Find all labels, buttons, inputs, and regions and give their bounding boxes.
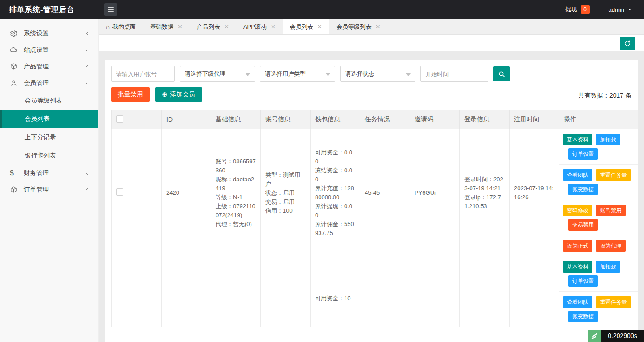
chevron-left-icon	[85, 64, 90, 69]
user-type-select[interactable]: 请选择用户类型	[260, 66, 335, 82]
search-button[interactable]	[493, 66, 510, 81]
user-icon	[10, 79, 17, 87]
cell-login-info	[460, 256, 510, 327]
table-header-row: ID 基础信息 账号信息 钱包信息 任务情况 邀请码 登录信息 注册时间 操作	[112, 110, 638, 129]
close-icon[interactable]: ✕	[177, 23, 182, 30]
cell-task	[360, 256, 410, 327]
cell-task: 45-45	[360, 129, 410, 256]
sidebar: 系统设置 站点设置 产品管理	[0, 19, 99, 342]
sidebar-item-label: 订单管理	[24, 186, 85, 194]
adjust-funds-button[interactable]: 加扣款	[596, 134, 620, 145]
caret-down-icon	[326, 73, 330, 76]
op-group-security: 密码修改 账号禁用 交易禁用	[559, 200, 638, 235]
start-time-input[interactable]	[420, 66, 488, 82]
basic-profile-button[interactable]: 基本资料	[563, 134, 592, 145]
cell-login-info: 登录时间：2023-07-19 14:21 登录ip：172.71.210.53	[460, 129, 510, 256]
tab-app-scroll[interactable]: APP滚动 ✕	[236, 19, 283, 34]
cell-invite-code: PY6GUi	[410, 129, 460, 256]
row-checkbox[interactable]	[116, 188, 123, 196]
account-input[interactable]	[111, 66, 175, 82]
caret-down-icon	[406, 73, 411, 76]
batch-disable-button[interactable]: 批量禁用	[111, 87, 150, 102]
cell-register-time: 2023-07-19 14:16:26	[510, 129, 559, 256]
disable-account-button[interactable]: 账号禁用	[596, 205, 626, 216]
close-icon[interactable]: ✕	[376, 23, 380, 30]
col-operations: 操作	[559, 110, 638, 129]
tab-member-levels[interactable]: 会员等级列表 ✕	[329, 19, 388, 34]
chevron-left-icon	[85, 171, 90, 176]
close-icon[interactable]: ✕	[271, 23, 276, 30]
view-team-button[interactable]: 查看团队	[563, 296, 592, 308]
table-row: 可用资金：10 基本资料 加扣款 订单设置	[112, 256, 638, 327]
op-group-profile: 基本资料 加扣款 订单设置	[559, 129, 638, 165]
account-change-data-button[interactable]: 账变数据	[568, 184, 598, 195]
cell-basic-info: 账号：0366597360 昵称：daotao2419 等级：N-1 上级：07…	[211, 129, 261, 256]
sidebar-item-label: 产品管理	[24, 63, 85, 71]
tab-product-list[interactable]: 产品列表 ✕	[190, 19, 236, 34]
set-agent-button[interactable]: 设为代理	[596, 240, 626, 252]
sidebar-item-finance-management[interactable]: $ 财务管理	[0, 165, 98, 181]
admin-app: 排单系统-管理后台 提现 0 admin 系统设置	[0, 0, 644, 342]
status-select[interactable]: 请选择状态	[340, 66, 415, 82]
cell-wallet-info: 可用资金：0.00 冻结资金：0.00 累计充值：12880000.00 累计提…	[311, 129, 360, 256]
add-member-button[interactable]: ⊕ 添加会员	[155, 87, 202, 102]
close-icon[interactable]: ✕	[224, 23, 229, 30]
order-settings-button[interactable]: 订单设置	[568, 275, 598, 287]
disable-trade-button[interactable]: 交易禁用	[568, 219, 598, 231]
sidebar-item-product-management[interactable]: 产品管理	[0, 58, 98, 75]
basic-profile-button[interactable]: 基本资料	[563, 261, 592, 273]
sidebar-item-member-management[interactable]: 会员管理	[0, 75, 98, 91]
refresh-button[interactable]	[620, 37, 635, 50]
reset-task-button[interactable]: 重置任务量	[596, 169, 631, 181]
agent-select[interactable]: 请选择下级代理	[180, 66, 255, 82]
view-team-button[interactable]: 查看团队	[563, 169, 592, 181]
op-group-profile: 基本资料 加扣款 订单设置	[559, 256, 638, 292]
cell-register-time	[510, 256, 559, 327]
tab-desktop[interactable]: ⌂ 我的桌面	[99, 19, 143, 34]
debug-trace-widget[interactable]: 0.202900s	[588, 330, 644, 342]
caret-down-icon	[627, 7, 632, 12]
box-icon	[10, 186, 17, 193]
col-id: ID	[162, 110, 211, 129]
chevron-left-icon	[85, 31, 90, 36]
tab-member-list[interactable]: 会员列表 ✕	[283, 19, 329, 34]
reset-task-button[interactable]: 重置任务量	[596, 296, 631, 308]
change-password-button[interactable]: 密码修改	[563, 205, 592, 216]
sidebar-item-system-settings[interactable]: 系统设置	[0, 25, 98, 42]
close-icon[interactable]: ✕	[317, 23, 322, 30]
table-action-row: 批量禁用 ⊕ 添加会员 共有数据：2017 条	[111, 87, 631, 102]
cell-invite-code	[410, 256, 460, 327]
user-menu[interactable]: admin	[609, 6, 632, 13]
op-group-team: 查看团队 重置任务量 账变数据	[559, 165, 638, 200]
sidebar-item-label: 财务管理	[24, 169, 85, 177]
dollar-icon: $	[10, 169, 17, 177]
top-bar: 排单系统-管理后台 提现 0 admin	[0, 0, 644, 19]
menu-toggle-button[interactable]	[104, 3, 117, 16]
plus-circle-icon: ⊕	[162, 90, 168, 98]
col-basic-info: 基础信息	[211, 110, 261, 129]
set-formal-button[interactable]: 设为正式	[563, 240, 592, 252]
sidebar-item-site-settings[interactable]: 站点设置	[0, 42, 98, 58]
tab-bar: ⌂ 我的桌面 基础数据 ✕ 产品列表 ✕ APP滚动 ✕ 会员列表 ✕ 会员等级…	[99, 19, 644, 35]
col-login-info: 登录信息	[460, 110, 510, 129]
cell-operations: 基本资料 加扣款 订单设置 查看团队 重置任务量 账变数据	[559, 129, 638, 256]
withdraw-label: 提现	[566, 5, 577, 13]
sidebar-subitem-score-records[interactable]: 上下分记录	[0, 128, 98, 146]
account-change-data-button[interactable]: 账变数据	[568, 311, 598, 322]
select-all-checkbox[interactable]	[116, 115, 123, 123]
hamburger-icon	[108, 7, 114, 8]
table-row: 2420 账号：0366597360 昵称：daotao2419 等级：N-1 …	[112, 129, 638, 256]
sidebar-subitem-bank-cards[interactable]: 银行卡列表	[0, 146, 98, 165]
search-icon	[498, 70, 506, 78]
trace-leaf-icon	[588, 330, 601, 342]
gear-icon	[10, 30, 17, 37]
order-settings-button[interactable]: 订单设置	[568, 148, 598, 160]
adjust-funds-button[interactable]: 加扣款	[596, 261, 620, 273]
sidebar-item-order-management[interactable]: 订单管理	[0, 181, 98, 198]
sidebar-subitem-member-levels[interactable]: 会员等级列表	[0, 91, 98, 110]
main-area: ⌂ 我的桌面 基础数据 ✕ 产品列表 ✕ APP滚动 ✕ 会员列表 ✕ 会员等级…	[99, 19, 644, 342]
withdraw-menu[interactable]: 提现 0	[566, 5, 590, 14]
tab-basic-data[interactable]: 基础数据 ✕	[143, 19, 190, 34]
sidebar-subitem-member-list[interactable]: 会员列表	[0, 110, 98, 128]
col-account-info: 账号信息	[261, 110, 311, 129]
